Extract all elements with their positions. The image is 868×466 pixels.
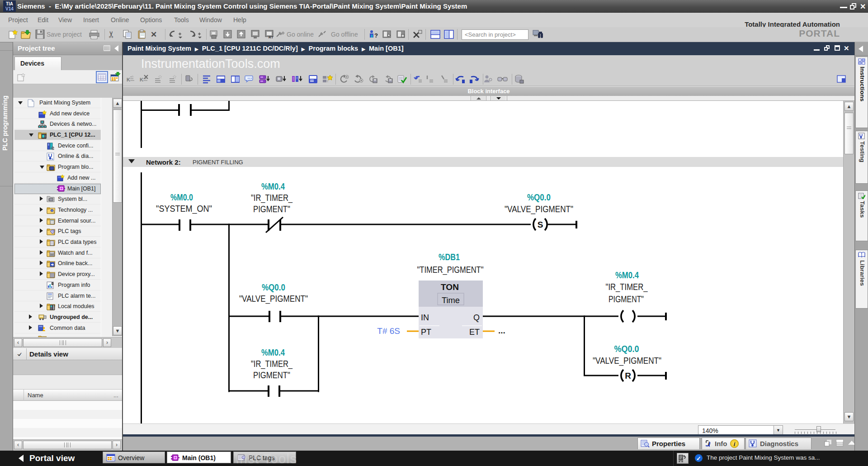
svg-text:...: ... — [498, 326, 505, 335]
svg-text:"IR_TIMER_: "IR_TIMER_ — [606, 282, 648, 292]
svg-text:T# 6S: T# 6S — [377, 326, 400, 336]
svg-text:K: K — [127, 77, 130, 82]
svg-text:K: K — [140, 77, 143, 82]
svg-text:%M0.4: %M0.4 — [261, 347, 285, 357]
svg-text:ET: ET — [469, 328, 480, 337]
svg-text:Q: Q — [473, 313, 480, 322]
svg-text:IN: IN — [421, 313, 429, 322]
svg-text:PIGMENT": PIGMENT" — [609, 294, 644, 304]
svg-text:"IR_TIMER_: "IR_TIMER_ — [251, 193, 293, 203]
svg-text:S: S — [538, 220, 543, 229]
svg-text:PIGMENT": PIGMENT" — [253, 204, 290, 214]
svg-text:"SYSTEM_ON": "SYSTEM_ON" — [156, 204, 212, 214]
svg-text:%M0.4: %M0.4 — [615, 270, 639, 280]
svg-text:?: ? — [374, 32, 378, 39]
svg-text:%Q0.0: %Q0.0 — [262, 282, 285, 292]
svg-text:RT: RT — [269, 35, 274, 39]
svg-text:"VALVE_PIGMENT": "VALVE_PIGMENT" — [505, 204, 573, 214]
svg-text:PT: PT — [421, 328, 431, 337]
svg-text:"IR_TIMER_: "IR_TIMER_ — [251, 359, 293, 369]
svg-text:Time: Time — [442, 296, 460, 305]
svg-text:"VALVE_PIGMENT": "VALVE_PIGMENT" — [239, 294, 308, 304]
svg-text:R: R — [625, 371, 631, 380]
svg-text:%Q0.0: %Q0.0 — [614, 344, 639, 354]
svg-text:%M0.4: %M0.4 — [261, 181, 285, 191]
svg-text:Network 2:: Network 2: — [146, 158, 181, 166]
svg-text:"VALVE_PIGMENT": "VALVE_PIGMENT" — [593, 356, 661, 366]
svg-text:%DB1: %DB1 — [439, 252, 460, 262]
svg-text:"TIMER_PIGMENT": "TIMER_PIGMENT" — [417, 265, 484, 275]
svg-text:%Q0.0: %Q0.0 — [527, 192, 551, 202]
svg-text:PIGMENT FILLING: PIGMENT FILLING — [193, 159, 243, 166]
svg-text:PIGMENT": PIGMENT" — [253, 370, 290, 380]
svg-text:%M0.0: %M0.0 — [170, 192, 193, 202]
svg-text:TON: TON — [441, 282, 459, 292]
